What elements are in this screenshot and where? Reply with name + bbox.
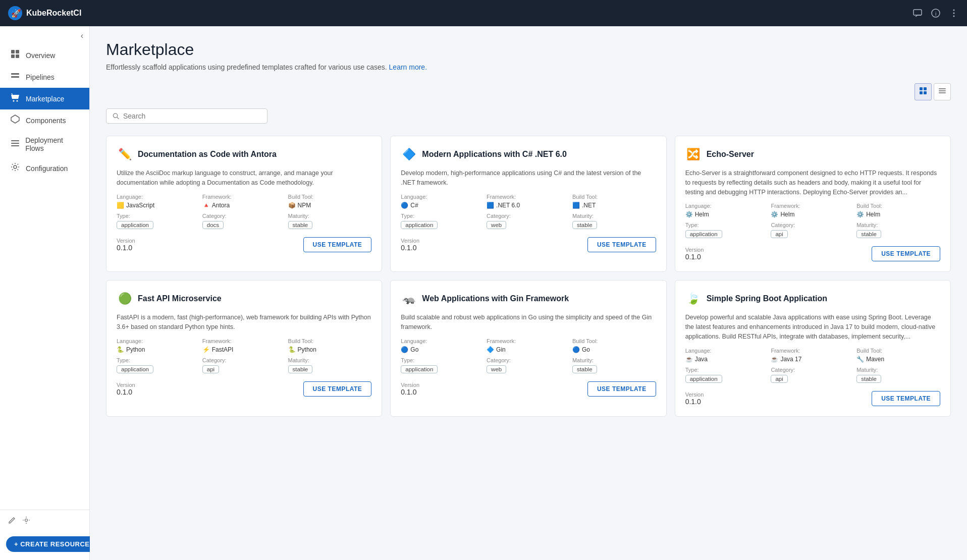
info-icon[interactable]: i [931,8,941,18]
card-version-container: Version 0.1.0 [685,391,704,406]
card-meta-type-label: Type: [117,357,200,363]
svg-rect-12 [11,73,19,75]
svg-point-6 [953,13,955,14]
card-meta-framework: Framework: 🔷 Gin [487,338,570,353]
card-meta-category: Category: api [202,357,286,373]
logo-icon: 🚀 [8,6,22,20]
card-meta-maturity-value: stable [572,365,656,373]
card-meta-framework-value: 🔷 Gin [487,346,570,353]
card-icon: 🦡 [401,291,417,307]
sidebar-nav: Overview Pipelines Marketplace Component… [0,40,89,510]
svg-rect-9 [16,50,19,53]
card-meta-framework-label: Framework: [202,338,286,344]
card-meta-type-value: application [117,221,200,229]
card-icon: 🔷 [401,146,417,162]
card-footer: Version 0.1.0 USE TEMPLATE [685,391,940,406]
card-meta-build-tool-value: 🔵 Go [572,346,656,353]
card-meta-framework-label: Framework: [771,348,854,354]
sidebar-item-configuration[interactable]: Configuration [0,157,89,179]
card-meta-maturity-label: Maturity: [288,357,372,363]
type-badge: application [685,230,722,238]
svg-rect-18 [11,143,19,144]
create-resource-button[interactable]: + CREATE RESOURCE [6,536,97,552]
card-meta-language-label: Language: [117,194,200,200]
svg-marker-16 [11,115,19,123]
use-template-button-gin-framework[interactable]: USE TEMPLATE [587,381,656,397]
collapse-button[interactable]: ‹ [81,31,83,40]
card-desc: Develop modern, high-performance applica… [401,169,656,188]
card-meta: Language: ⚙️ Helm Framework: ⚙️ Helm Bui… [685,203,940,238]
card-meta-build-tool: Build Tool: 🟦 .NET [572,194,656,209]
card-meta: Language: 🔵 Go Framework: 🔷 Gin Build To… [401,338,656,373]
card-meta-category-value: web [487,365,570,373]
card-meta-language-value: 🟨 JavaScript [117,202,200,209]
components-icon [10,115,21,126]
card-meta-language: Language: 🐍 Python [117,338,200,353]
card-meta-framework-value: ☕ Java 17 [771,356,854,363]
use-template-button-echo-server[interactable]: USE TEMPLATE [872,246,940,261]
card-meta-build-tool-label: Build Tool: [856,348,940,354]
card-header: ✏️ Documentation as Code with Antora [117,146,371,162]
deployment-flows-icon [10,139,20,150]
card-version-label: Version [117,238,135,244]
use-template-button-doc-as-code[interactable]: USE TEMPLATE [303,237,372,252]
svg-rect-24 [920,91,923,94]
chat-icon[interactable] [912,8,923,18]
card-meta-category: Category: web [487,213,570,229]
card-meta-type: Type: application [401,357,485,373]
card-meta-language-label: Language: [401,338,485,344]
build-tool-icon: 🐍 [288,346,296,353]
sidebar: ‹ Overview Pipelines Marketplace [0,26,90,560]
build-tool-icon: 🟦 [572,202,580,209]
card-fastapi: 🟢 Fast API Microservice FastAPI is a mod… [106,280,382,416]
language-icon: 🐍 [117,346,124,353]
sidebar-collapse: ‹ [0,26,89,40]
svg-point-21 [25,519,28,522]
use-template-button-spring-boot[interactable]: USE TEMPLATE [872,391,940,406]
card-meta-maturity: Maturity: stable [572,213,656,229]
card-meta-language-value: 🐍 Python [117,346,200,353]
card-meta-category-label: Category: [487,213,570,219]
card-meta-framework-label: Framework: [771,203,854,209]
card-meta-maturity-value: stable [288,365,372,373]
search-input[interactable] [123,112,261,120]
card-desc: Echo-Server is a straightforward compone… [685,169,940,197]
card-meta-type-value: application [117,365,200,373]
card-meta-category-label: Category: [487,357,570,363]
settings-icon[interactable] [22,516,30,526]
card-version-container: Version 0.1.0 [117,382,135,396]
svg-text:i: i [935,11,936,17]
framework-icon: ⚙️ [771,211,778,218]
type-badge: application [401,221,438,229]
card-meta-language-label: Language: [685,203,769,209]
card-meta-language: Language: 🟨 JavaScript [117,194,200,209]
sidebar-marketplace-label: Marketplace [26,95,64,103]
sidebar-item-overview[interactable]: Overview [0,44,89,66]
card-meta-maturity: Maturity: stable [856,367,940,383]
card-meta-type-label: Type: [117,213,200,219]
card-meta-build-tool-label: Build Tool: [856,203,940,209]
language-icon: 🔵 [401,346,408,353]
build-tool-icon: 🔵 [572,346,580,353]
card-meta-type-value: application [401,365,485,373]
topbar-actions: i [912,8,959,18]
learn-more-link[interactable]: Learn more. [389,63,427,71]
list-view-button[interactable] [934,83,951,100]
use-template-button-csharp-net[interactable]: USE TEMPLATE [587,237,656,252]
sidebar-item-pipelines[interactable]: Pipelines [0,66,89,88]
card-meta-build-tool: Build Tool: 🔧 Maven [856,348,940,363]
card-meta-framework: Framework: 🔺 Antora [202,194,286,209]
more-icon[interactable] [949,8,959,18]
sidebar-item-deployment-flows[interactable]: Deployment Flows [0,131,89,157]
language-icon: 🟨 [117,202,124,209]
card-meta-category: Category: api [771,367,854,383]
cards-grid: ✏️ Documentation as Code with Antora Uti… [106,136,951,417]
sidebar-item-marketplace[interactable]: Marketplace [0,88,89,109]
sidebar-item-components[interactable]: Components [0,109,89,131]
use-template-button-fastapi[interactable]: USE TEMPLATE [303,381,372,397]
card-meta: Language: 🐍 Python Framework: ⚡ FastAPI … [117,338,371,373]
grid-view-button[interactable] [915,83,932,100]
edit-icon[interactable] [8,516,16,526]
card-version-container: Version 0.1.0 [685,247,704,261]
framework-icon: 🟦 [487,202,494,209]
